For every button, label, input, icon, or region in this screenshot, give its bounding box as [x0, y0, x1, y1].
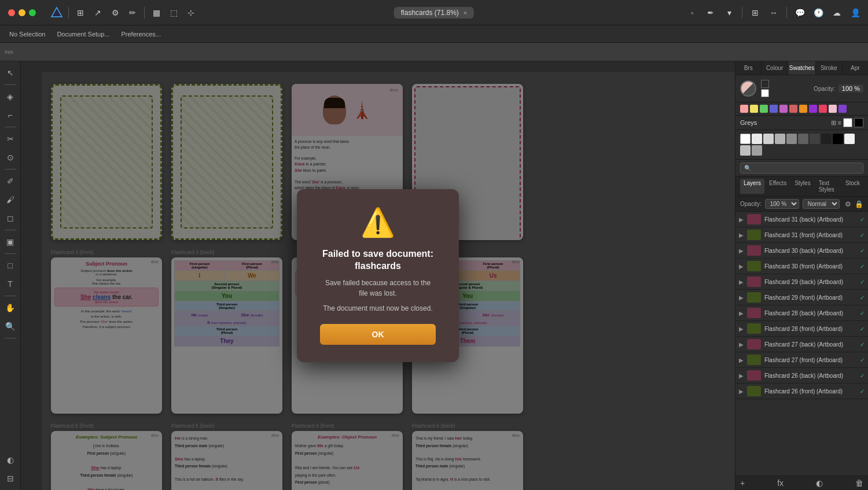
layer-vis-fc31f[interactable]: ✓ [860, 232, 865, 238]
layer-vis-fc27b[interactable]: ✓ [860, 341, 865, 348]
layout-icon[interactable]: ⊞ [747, 5, 763, 21]
rect-tool-icon[interactable]: □ [2, 257, 19, 274]
tab-stock[interactable]: Stock [842, 179, 863, 194]
grey-sw-5[interactable] [798, 134, 808, 144]
share-icon[interactable]: ↗ [90, 5, 106, 21]
recent-swatch-7[interactable] [799, 105, 807, 113]
layers-lock-icon[interactable]: 🔒 [855, 200, 863, 208]
pen-icon[interactable]: ✒ [703, 5, 719, 21]
close-button[interactable] [8, 9, 15, 16]
greys-black-swatch[interactable] [854, 118, 863, 127]
layer-item-fc28front[interactable]: ▶ Flashcard 28 (front) (Artboard) ✓ [735, 321, 868, 337]
transform-icon[interactable]: ⊹ [183, 5, 199, 21]
grid2-icon[interactable]: ▦ [148, 5, 164, 21]
layer-vis-fc27f[interactable]: ✓ [860, 357, 865, 363]
tab-swatches[interactable]: Swatches [788, 61, 816, 75]
tab-text-styles[interactable]: Text Styles [815, 179, 841, 194]
layers-opacity-select[interactable]: 100 % 75 % 50 % [765, 199, 799, 209]
recent-swatch-8[interactable] [809, 105, 817, 113]
layer-item-fc27front[interactable]: ▶ Flashcard 27 (front) (Artboard) ✓ [735, 352, 868, 368]
preferences-button[interactable]: Preferences... [116, 30, 165, 39]
type-tool-icon[interactable]: T [2, 276, 19, 292]
user-icon[interactable]: 👤 [847, 5, 863, 21]
stroke-swatch[interactable] [761, 80, 769, 88]
greys-list-icon[interactable]: ≡ [838, 119, 841, 126]
tab-brs[interactable]: Brs [735, 61, 762, 75]
node-tool-icon[interactable]: ◈ [2, 89, 19, 105]
greys-grid-icon[interactable]: ⊞ [831, 119, 836, 127]
layer-item-fc29front[interactable]: ▶ Flashcard 29 (front) (Artboard) ✓ [735, 290, 868, 305]
maximize-button[interactable] [29, 9, 36, 16]
recent-swatch-6[interactable] [789, 105, 797, 113]
tab-styles[interactable]: Styles [791, 179, 814, 194]
canvas-area[interactable]: 🗼 A pronoun is any word that takes the p… [21, 61, 735, 490]
minimize-button[interactable] [19, 9, 25, 16]
fill-tool-icon[interactable]: ▣ [2, 234, 19, 250]
corner-tool-icon[interactable]: ⌐ [2, 107, 19, 123]
recent-swatch-9[interactable] [819, 105, 827, 113]
grey-sw-7[interactable] [821, 134, 832, 144]
tab-layers[interactable]: Layers [740, 179, 764, 194]
color-picker-icon[interactable]: ◐ [2, 452, 19, 468]
layer-item-fc30front[interactable]: ▶ Flashcard 30 (front) (Artboard) ✓ [735, 259, 868, 274]
mask-icon[interactable]: ◐ [816, 478, 823, 488]
history-icon[interactable]: 🕐 [810, 5, 826, 21]
pencil-icon[interactable]: ✏ [124, 5, 141, 21]
brush-tool-icon[interactable]: 🖌 [2, 191, 19, 208]
tab-apr[interactable]: Apr [843, 61, 868, 75]
layer-item-fc31back[interactable]: ▶ Flashcard 31 (back) (Artboard) ✓ [735, 212, 868, 227]
recent-swatch-10[interactable] [829, 105, 837, 113]
expand-icon[interactable]: ▾ [721, 5, 737, 21]
layer-vis-fc29b[interactable]: ✓ [860, 279, 865, 285]
grid-icon[interactable]: ⊞ [72, 5, 89, 21]
recent-swatch-5[interactable] [779, 105, 788, 113]
layer-vis-fc31b[interactable]: ✓ [860, 216, 865, 223]
grey-sw-6[interactable] [810, 134, 820, 144]
crop-tool-icon[interactable]: ✂ [2, 131, 19, 147]
tab-stroke[interactable]: Stroke [816, 61, 842, 75]
blend-mode-select[interactable]: Normal Multiply Screen [803, 199, 840, 209]
select-icon[interactable]: ⬚ [165, 5, 182, 21]
grey-sw-2[interactable] [763, 134, 774, 144]
grey-sw-9[interactable] [740, 145, 751, 156]
grey-sw-10[interactable] [752, 145, 762, 156]
layer-item-fc30back[interactable]: ▶ Flashcard 30 (back) (Artboard) ✓ [735, 243, 868, 259]
eraser-tool-icon[interactable]: ◻ [2, 210, 19, 226]
grey-sw-3[interactable] [775, 134, 785, 144]
add-layer-icon[interactable]: + [740, 478, 745, 488]
layer-vis-fc28f[interactable]: ✓ [860, 326, 865, 332]
grey-sw-4[interactable] [786, 134, 797, 144]
swatch-search-input[interactable] [740, 163, 863, 174]
fill-swatch[interactable] [761, 89, 769, 97]
tab-colour[interactable]: Colour [762, 61, 788, 75]
zoom-tool-icon[interactable]: 🔍 [2, 318, 19, 334]
recent-swatch-1[interactable] [740, 105, 748, 113]
recent-swatch-2[interactable] [750, 105, 758, 113]
layer-item-fc26back[interactable]: ▶ Flashcard 26 (back) (Artboard) ✓ [735, 368, 868, 384]
grey-sw-8[interactable] [844, 134, 855, 144]
pixel-tool-icon[interactable]: ⊟ [2, 470, 19, 487]
layer-vis-fc29f[interactable]: ✓ [860, 294, 865, 301]
layer-vis-fc26b[interactable]: ✓ [860, 373, 865, 379]
doc-close-icon[interactable]: × [464, 9, 467, 16]
chat-icon[interactable]: 💬 [792, 5, 808, 21]
grey-sw-black[interactable] [833, 134, 843, 144]
paint-tool-icon[interactable]: ⊙ [2, 149, 19, 165]
layer-item-fc27back[interactable]: ▶ Flashcard 27 (back) (Artboard) ✓ [735, 337, 868, 352]
cloud-icon[interactable]: ☁ [829, 5, 845, 21]
hand-tool-icon[interactable]: ✋ [2, 300, 19, 316]
recent-swatch-3[interactable] [760, 105, 768, 113]
layer-vis-fc30b[interactable]: ✓ [860, 248, 865, 254]
layer-vis-fc28b[interactable]: ✓ [860, 310, 865, 316]
greys-white-swatch[interactable] [843, 118, 852, 127]
pencil-tool-icon[interactable]: ✐ [2, 173, 19, 189]
trash-icon[interactable]: 🗑 [855, 478, 863, 488]
layer-item-fc29back[interactable]: ▶ Flashcard 29 (back) (Artboard) ✓ [735, 274, 868, 290]
layer-item-fc28back[interactable]: ▶ Flashcard 28 (back) (Artboard) ✓ [735, 305, 868, 321]
grey-sw-1[interactable] [752, 134, 762, 144]
settings-icon[interactable]: ⚙ [107, 5, 123, 21]
layers-settings-icon[interactable]: ⚙ [845, 200, 851, 208]
layer-vis-fc26f[interactable]: ✓ [860, 388, 865, 395]
recent-swatch-4[interactable] [770, 105, 778, 113]
grey-sw-white[interactable] [740, 134, 751, 144]
